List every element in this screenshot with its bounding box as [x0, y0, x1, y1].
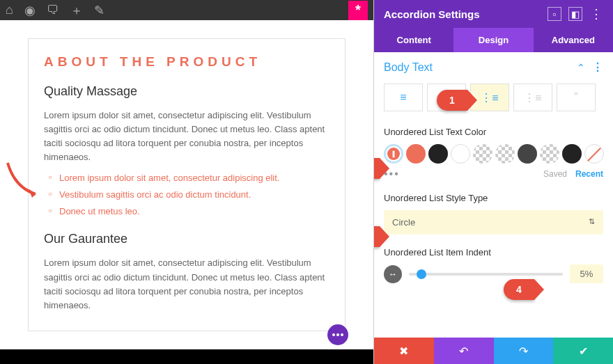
- color-swatches: [384, 144, 603, 164]
- tab-content[interactable]: Content: [374, 28, 453, 52]
- swatch[interactable]: [473, 144, 492, 164]
- swatch[interactable]: [406, 144, 426, 164]
- text-type-options: ≡ ⋮≡ ⋮≡ ”: [384, 84, 603, 111]
- swatch[interactable]: [495, 144, 515, 164]
- slider-thumb[interactable]: [417, 269, 426, 279]
- chevron-up-icon[interactable]: ⌃: [577, 62, 585, 73]
- cancel-button[interactable]: ✖: [374, 338, 434, 364]
- section-kebab-icon[interactable]: ⋮: [592, 61, 603, 74]
- top-toolbar: ⌂ ◉ 🗨 ＋ ✎ *: [0, 0, 373, 20]
- focus-icon[interactable]: ▫: [548, 7, 561, 21]
- module-menu-button[interactable]: [327, 324, 348, 345]
- expand-icon[interactable]: ◧: [568, 7, 582, 21]
- opt-align-left[interactable]: ≡: [384, 84, 423, 111]
- indent-slider[interactable]: [409, 273, 563, 276]
- star-button[interactable]: *: [348, 1, 368, 20]
- swatch[interactable]: [451, 144, 470, 164]
- settings-header: Accordion Settings ▫ ◧ ⋮ Content Design …: [374, 0, 613, 52]
- settings-panel: Body Text ⌃ ⋮ 1 ≡ ⋮≡ ⋮≡ ” Unordered List…: [374, 52, 613, 338]
- doc-heading: ABOUT THE PRODUCT: [44, 52, 329, 72]
- tabs: Content Design Advanced: [374, 28, 613, 52]
- confirm-button[interactable]: ✔: [553, 338, 613, 364]
- plus-icon[interactable]: ＋: [70, 2, 83, 19]
- tab-design[interactable]: Design: [453, 28, 533, 52]
- annotation-marker-1: 1: [437, 90, 467, 111]
- comment-icon[interactable]: 🗨: [47, 3, 59, 17]
- swatch[interactable]: [518, 144, 537, 164]
- doc-list: Lorem ipsum dolor sit amet, consectetur …: [48, 170, 329, 220]
- swatch[interactable]: [562, 144, 582, 164]
- document-module[interactable]: ABOUT THE PRODUCT Quality Massage Lorem …: [28, 38, 346, 331]
- tab-advanced[interactable]: Advanced: [534, 28, 613, 52]
- label-style-type: Unordered List Style Type: [384, 193, 603, 203]
- redo-button[interactable]: ↷: [494, 338, 554, 364]
- list-item: Donec ut metus leo.: [48, 203, 329, 220]
- label-indent: Unordered List Item Indent: [384, 247, 603, 258]
- doc-subheading-2: Our Gaurantee: [44, 230, 329, 249]
- style-type-select[interactable]: Circle: [384, 210, 603, 235]
- panel-title: Accordion Settings: [384, 8, 541, 20]
- annotation-marker-3: 3: [374, 226, 380, 247]
- footer-bar: [0, 349, 373, 364]
- swatch[interactable]: [540, 144, 559, 164]
- recent-colors-link[interactable]: Recent: [575, 169, 603, 179]
- annotation-arrow-icon: [4, 159, 46, 201]
- indent-value[interactable]: 5%: [570, 264, 603, 283]
- list-item: Vestibulum sagittis orci ac odio dictum …: [48, 187, 329, 203]
- swatch[interactable]: [428, 144, 448, 164]
- canvas: ABOUT THE PRODUCT Quality Massage Lorem …: [0, 20, 373, 349]
- opt-ordered-list[interactable]: ⋮≡: [513, 84, 552, 111]
- section-title[interactable]: Body Text: [384, 61, 577, 74]
- doc-paragraph-1: Lorem ipsum dolor sit amet, consectetur …: [44, 109, 329, 165]
- label-text-color: Unordered List Text Color: [384, 127, 603, 137]
- pencil-icon[interactable]: ✎: [94, 3, 104, 18]
- drag-handle-icon[interactable]: ↔: [384, 265, 402, 283]
- kebab-icon[interactable]: ⋮: [589, 7, 603, 21]
- home-icon[interactable]: ⌂: [6, 3, 13, 17]
- list-item: Lorem ipsum dolor sit amet, consectetur …: [48, 170, 329, 187]
- saved-colors-link[interactable]: Saved: [543, 169, 567, 179]
- swatch-none[interactable]: [584, 144, 604, 164]
- action-bar: ✖ ↶ ↷ ✔: [374, 338, 613, 364]
- opt-quote[interactable]: ”: [557, 84, 596, 111]
- doc-subheading-1: Quality Massage: [44, 82, 329, 102]
- annotation-marker-4: 4: [504, 279, 534, 300]
- undo-button[interactable]: ↶: [434, 338, 494, 364]
- speedometer-icon[interactable]: ◉: [24, 3, 36, 18]
- annotation-marker-2: 2: [374, 158, 380, 179]
- doc-paragraph-2: Lorem ipsum dolor sit amet, consectetur …: [44, 256, 329, 312]
